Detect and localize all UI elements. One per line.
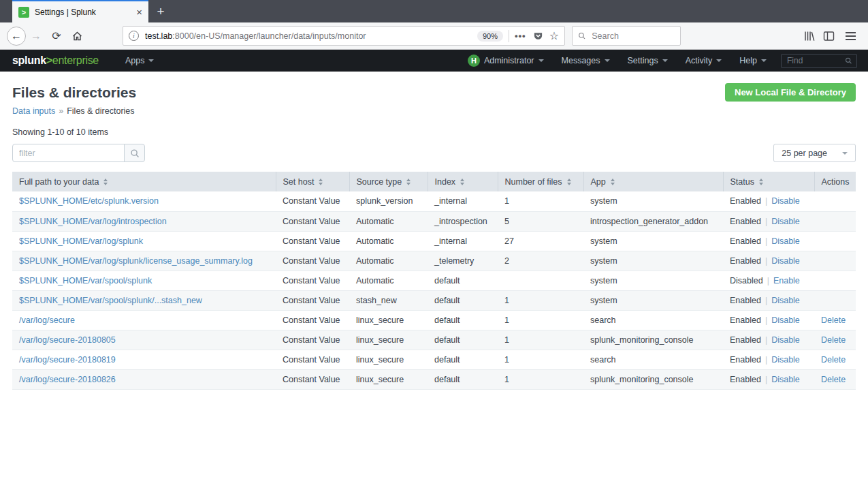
tab-title: Settings | Splunk (35, 7, 132, 17)
menu-messages[interactable]: Messages (553, 50, 619, 72)
find-input[interactable] (786, 55, 845, 66)
cell-set-host: Constant Value (276, 211, 349, 231)
col-header-status[interactable]: Status (723, 172, 814, 191)
breadcrumb-data-inputs-link[interactable]: Data inputs (12, 106, 55, 116)
status-toggle-link[interactable]: Disable (771, 236, 800, 246)
status-separator: | (765, 375, 767, 384)
sort-icon (611, 179, 615, 185)
new-local-file-directory-button[interactable]: New Local File & Directory (725, 83, 856, 102)
page-actions-icon[interactable]: ••• (515, 31, 526, 41)
input-path-link[interactable]: $SPLUNK_HOME/var/log/splunk (19, 236, 143, 246)
cell-set-host: Constant Value (276, 231, 349, 251)
browser-search-box[interactable] (572, 26, 681, 46)
col-header-label: Number of files (505, 177, 562, 187)
home-button[interactable] (67, 26, 87, 46)
col-header-source-type[interactable]: Source type (349, 172, 428, 191)
col-header-label: Set host (283, 177, 315, 187)
back-button[interactable]: ← (7, 27, 26, 46)
inputs-table: Full path to your dataSet hostSource typ… (12, 172, 856, 390)
status-toggle-link[interactable]: Enable (773, 276, 800, 285)
status-toggle-link[interactable]: Disable (771, 256, 800, 266)
site-info-icon[interactable]: i (129, 31, 139, 41)
per-page-dropdown[interactable]: 25 per page (773, 144, 856, 162)
input-path-link[interactable]: $SPLUNK_HOME/var/log/splunk/license_usag… (19, 256, 253, 266)
cell-set-host: Constant Value (276, 350, 349, 369)
new-tab-button[interactable]: + (148, 0, 173, 22)
cell-status: Enabled|Disable (723, 211, 814, 231)
menu-hamburger-icon[interactable] (843, 29, 858, 43)
status-toggle-link[interactable]: Disable (771, 355, 800, 365)
input-path-link[interactable]: /var/log/secure-20180826 (19, 375, 116, 384)
menu-apps[interactable]: Apps (116, 50, 163, 72)
col-header-app[interactable]: App (583, 172, 723, 191)
status-text: Disabled (730, 276, 763, 285)
browser-tab[interactable]: > Settings | Splunk × (12, 0, 148, 22)
delete-link[interactable]: Delete (821, 315, 846, 325)
bookmark-star-icon[interactable]: ☆ (549, 31, 559, 42)
status-toggle-link[interactable]: Disable (771, 315, 800, 325)
breadcrumb-current: Files & directories (67, 106, 134, 116)
cell-app: splunk_monitoring_console (583, 330, 723, 350)
zoom-level-badge[interactable]: 90% (477, 31, 503, 42)
cell-index: default (428, 290, 498, 310)
col-header-index[interactable]: Index (428, 172, 498, 191)
library-icon[interactable] (803, 31, 815, 42)
search-icon (130, 149, 140, 158)
input-path-link[interactable]: /var/log/secure (19, 315, 75, 325)
status-toggle-link[interactable]: Disable (771, 335, 800, 345)
status-toggle-link[interactable]: Disable (771, 375, 800, 384)
input-path-link[interactable]: /var/log/secure-20180819 (19, 355, 116, 365)
status-separator: | (765, 196, 767, 206)
pocket-icon[interactable] (533, 31, 543, 41)
table-row: $SPLUNK_HOME/var/spool/splunk/...stash_n… (12, 290, 856, 310)
cell-status: Enabled|Disable (723, 231, 814, 251)
delete-link[interactable]: Delete (821, 355, 846, 365)
col-header-full-path-to-your-data[interactable]: Full path to your data (12, 172, 276, 191)
splunk-logo[interactable]: splunk>enterprise (12, 55, 99, 67)
menu-help[interactable]: Help (730, 50, 775, 72)
cell-app: splunk_monitoring_console (583, 369, 723, 389)
sort-icon (103, 179, 108, 185)
input-path-link[interactable]: /var/log/secure-20180805 (19, 335, 116, 345)
input-path-link[interactable]: $SPLUNK_HOME/var/spool/splunk (19, 276, 152, 285)
url-divider (509, 30, 509, 42)
table-row: /var/log/secure-20180819Constant Valueli… (12, 350, 856, 369)
menu-label: Settings (628, 56, 658, 65)
cell-app: search (583, 350, 723, 369)
sort-up-arrow (759, 179, 763, 181)
tab-close-icon[interactable]: × (136, 7, 142, 17)
col-header-number-of-files[interactable]: Number of files (498, 172, 583, 191)
cell-set-host: Constant Value (276, 271, 349, 290)
browser-search-input[interactable] (590, 31, 675, 42)
refresh-button[interactable]: ⟳ (46, 26, 67, 46)
cell-set-host: Constant Value (276, 310, 349, 330)
col-header-label: Source type (357, 177, 402, 187)
sidebar-toggle-icon[interactable] (823, 31, 835, 42)
find-box[interactable] (781, 54, 857, 68)
cell-index: default (428, 350, 498, 369)
input-path-link[interactable]: $SPLUNK_HOME/var/log/introspection (19, 217, 167, 226)
input-path-link[interactable]: $SPLUNK_HOME/etc/splunk.version (19, 196, 159, 206)
menu-administrator[interactable]: HAdministrator (459, 50, 553, 72)
cell-actions (814, 191, 856, 211)
menu-settings[interactable]: Settings (619, 50, 677, 72)
url-text: test.lab:8000/en-US/manager/launcher/dat… (145, 31, 477, 41)
table-row: $SPLUNK_HOME/var/spool/splunkConstant Va… (12, 271, 856, 290)
menu-activity[interactable]: Activity (677, 50, 731, 72)
input-path-link[interactable]: $SPLUNK_HOME/var/spool/splunk/...stash_n… (19, 296, 202, 305)
sort-down-arrow (406, 183, 411, 185)
delete-link[interactable]: Delete (821, 335, 846, 345)
status-toggle-link[interactable]: Disable (771, 217, 800, 226)
col-header-set-host[interactable]: Set host (276, 172, 349, 191)
forward-button[interactable]: → (26, 26, 46, 46)
filter-search-button[interactable] (124, 144, 145, 162)
url-bar[interactable]: i test.lab:8000/en-US/manager/launcher/d… (123, 26, 565, 46)
cell-actions: Delete (814, 369, 856, 389)
delete-link[interactable]: Delete (821, 375, 846, 384)
table-row: $SPLUNK_HOME/var/log/splunk/license_usag… (12, 251, 856, 271)
filter-input[interactable] (12, 144, 125, 162)
cell-number-of-files: 1 (498, 290, 583, 310)
status-toggle-link[interactable]: Disable (771, 196, 800, 206)
cell-path: /var/log/secure-20180805 (12, 330, 276, 350)
status-toggle-link[interactable]: Disable (771, 296, 800, 305)
